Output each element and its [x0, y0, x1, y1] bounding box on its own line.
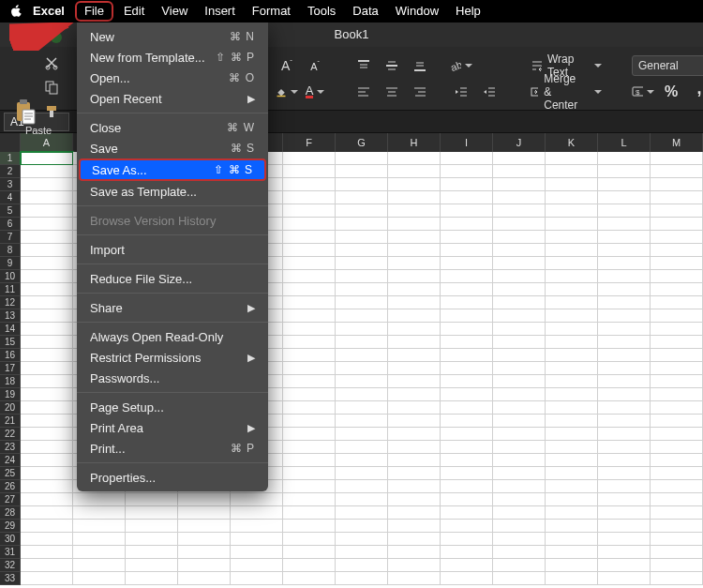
cell[interactable] [388, 270, 441, 283]
cell[interactable] [651, 506, 703, 520]
cell[interactable] [21, 454, 73, 467]
cell[interactable] [336, 336, 388, 349]
cell[interactable] [546, 520, 598, 533]
cell[interactable] [21, 204, 73, 218]
cell[interactable] [441, 191, 493, 204]
cell[interactable] [651, 204, 703, 218]
cell[interactable] [441, 178, 493, 191]
cell[interactable] [21, 244, 73, 257]
cell[interactable] [651, 296, 703, 309]
menu-item[interactable]: Open...⌘ O [77, 68, 268, 88]
cell[interactable] [283, 349, 336, 362]
cell[interactable] [283, 454, 336, 467]
cell[interactable] [283, 296, 336, 309]
fill-color-button[interactable] [276, 82, 298, 102]
cell[interactable] [178, 520, 231, 533]
cell[interactable] [21, 336, 73, 349]
cell[interactable] [336, 204, 388, 218]
cell[interactable] [336, 362, 388, 375]
cell[interactable] [546, 401, 598, 415]
cell[interactable] [493, 546, 546, 559]
row-header[interactable]: 19 [0, 388, 21, 401]
cell[interactable] [336, 165, 388, 178]
decrease-font-button[interactable]: Aˇ [304, 55, 326, 76]
align-center-button[interactable] [381, 82, 403, 102]
cell[interactable] [336, 270, 388, 283]
menubar-item-data[interactable]: Data [344, 0, 386, 23]
cell[interactable] [546, 152, 598, 165]
cell[interactable] [336, 441, 388, 454]
cell[interactable] [598, 415, 651, 428]
cell[interactable] [546, 467, 598, 480]
cell[interactable] [441, 349, 493, 362]
align-left-button[interactable] [352, 82, 375, 102]
cell[interactable] [388, 441, 441, 454]
row-header[interactable]: 9 [0, 257, 21, 270]
cell[interactable] [546, 218, 598, 231]
cell[interactable] [546, 244, 598, 257]
cell[interactable] [283, 428, 336, 441]
cell[interactable] [546, 323, 598, 336]
cell[interactable] [388, 467, 441, 480]
cell[interactable] [441, 323, 493, 336]
cell[interactable] [388, 428, 441, 441]
row-header[interactable]: 2 [0, 165, 21, 178]
cell[interactable] [598, 467, 651, 480]
cell[interactable] [651, 375, 703, 388]
menu-item[interactable]: Import [77, 239, 268, 260]
row-header[interactable]: 20 [0, 401, 21, 415]
cell[interactable] [598, 165, 651, 178]
cell[interactable] [126, 572, 178, 585]
column-header[interactable]: H [388, 133, 441, 152]
cell[interactable] [283, 178, 336, 191]
cell[interactable] [336, 480, 388, 493]
cell[interactable] [388, 309, 441, 323]
cell[interactable] [493, 506, 546, 520]
cell[interactable] [493, 520, 546, 533]
column-header[interactable]: L [598, 133, 651, 152]
paste-button[interactable] [14, 101, 37, 122]
row-header[interactable]: 5 [0, 204, 21, 218]
menu-item[interactable]: Restrict Permissions▶ [77, 347, 268, 368]
cell[interactable] [546, 454, 598, 467]
cell[interactable] [336, 283, 388, 296]
cell[interactable] [388, 323, 441, 336]
cell[interactable] [336, 191, 388, 204]
row-header[interactable]: 23 [0, 441, 21, 454]
select-all-corner[interactable] [0, 133, 21, 152]
cell[interactable] [651, 218, 703, 231]
align-right-button[interactable] [409, 82, 431, 102]
menubar-item-format[interactable]: Format [244, 0, 299, 23]
cell[interactable] [441, 283, 493, 296]
cell[interactable] [336, 559, 388, 572]
cell[interactable] [21, 506, 73, 520]
cell[interactable] [598, 296, 651, 309]
cell[interactable] [651, 480, 703, 493]
cell[interactable] [441, 454, 493, 467]
cell[interactable] [441, 506, 493, 520]
cell[interactable] [388, 178, 441, 191]
cell[interactable] [283, 506, 336, 520]
cell[interactable] [651, 454, 703, 467]
cell[interactable] [441, 296, 493, 309]
menu-item[interactable]: Share▶ [77, 297, 268, 318]
cell[interactable] [546, 388, 598, 401]
row-header[interactable]: 25 [0, 467, 21, 480]
cell[interactable] [73, 520, 126, 533]
cell[interactable] [651, 336, 703, 349]
cell[interactable] [388, 257, 441, 270]
cell[interactable] [651, 349, 703, 362]
cell[interactable] [493, 283, 546, 296]
cell[interactable] [493, 467, 546, 480]
comma-format-button[interactable]: , [688, 82, 703, 102]
cell[interactable] [598, 493, 651, 506]
cell[interactable] [21, 152, 73, 165]
cell[interactable] [283, 533, 336, 546]
cell[interactable] [598, 309, 651, 323]
cell[interactable] [546, 572, 598, 585]
cell[interactable] [73, 533, 126, 546]
cell[interactable] [283, 415, 336, 428]
cell[interactable] [21, 441, 73, 454]
cell[interactable] [441, 375, 493, 388]
cell[interactable] [336, 296, 388, 309]
